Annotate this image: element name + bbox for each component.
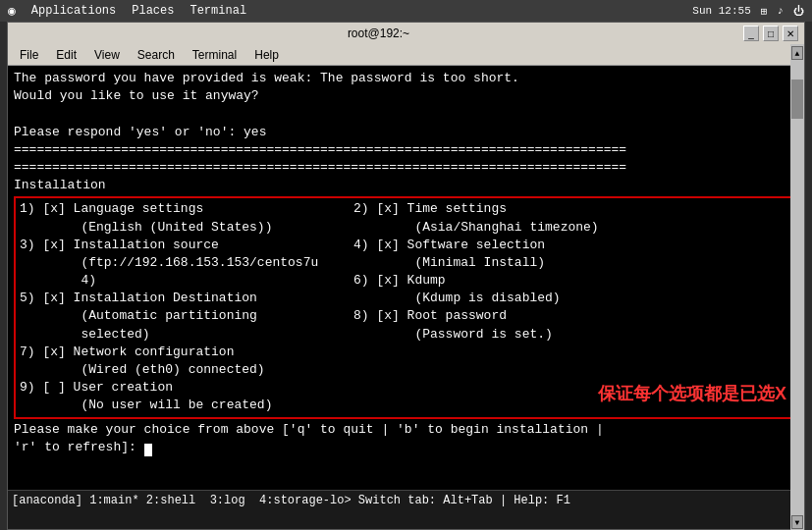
install-item-2: 2) [x] Time settings: [353, 200, 507, 218]
separator1: ========================================…: [14, 141, 798, 159]
menu-terminal[interactable]: Terminal: [185, 46, 244, 64]
terminal-menu[interactable]: Terminal: [189, 4, 246, 18]
install-item-5-sub1: (Automatic partitioning: [20, 307, 353, 325]
applications-menu[interactable]: Applications: [31, 4, 116, 18]
installation-label: Installation: [14, 177, 798, 194]
menu-search[interactable]: Search: [130, 46, 183, 64]
system-bar-left: ◉ Applications Places Terminal: [8, 3, 246, 19]
install-item-7: 7) [x] Network configuration: [20, 344, 353, 361]
install-item-8-label: 8) [x] Root password: [353, 307, 507, 325]
install-row-1-sub: (English (United States)) (Asia/Shanghai…: [20, 219, 792, 237]
app-icon: ◉: [8, 3, 16, 19]
install-row-2-sub: (ftp://192.168.153.153/centos7u (Minimal…: [20, 254, 792, 272]
minimize-button[interactable]: _: [743, 26, 759, 41]
install-item-6-label: 6) [x] Kdump: [353, 272, 446, 290]
install-row-2: 3) [x] Installation source 4) [x] Softwa…: [20, 237, 792, 254]
status-bar-text: [anaconda] 1:main* 2:shell 3:log 4:stora…: [12, 494, 570, 507]
install-row-4: 7) [x] Network configuration: [20, 344, 792, 361]
cursor: [144, 444, 152, 456]
install-item-3-sub2: 4): [20, 272, 353, 290]
separator2: ========================================…: [14, 159, 798, 177]
power-icon[interactable]: ⏻: [793, 5, 804, 18]
network-icon: ⊞: [761, 5, 768, 18]
title-bar: root@192:~ _ □ ✕: [8, 23, 804, 44]
weak-password-line1: The password you have provided is weak: …: [14, 70, 798, 87]
scroll-up-button[interactable]: ▲: [791, 46, 803, 60]
menu-bar: File Edit View Search Terminal Help: [8, 44, 804, 66]
install-item-1: 1) [x] Language settings: [20, 200, 353, 218]
terminal-content[interactable]: The password you have provided is weak: …: [8, 66, 804, 490]
scrollbar-thumb[interactable]: [791, 80, 803, 119]
sound-icon: ♪: [777, 5, 784, 17]
install-item-4-sub: (Minimal Install): [353, 254, 545, 272]
choice-prompt-1: Please make your choice from above ['q' …: [14, 421, 798, 439]
window-title: root@192:~: [14, 26, 743, 40]
respond-line: Please respond 'yes' or 'no': yes: [14, 124, 798, 141]
weak-password-line2: Would you like to use it anyway?: [14, 87, 798, 105]
menu-help[interactable]: Help: [246, 46, 287, 64]
terminal-window: root@192:~ _ □ ✕ File Edit View Search T…: [7, 22, 805, 530]
close-button[interactable]: ✕: [783, 26, 798, 41]
system-bar-right: Sun 12:55 ⊞ ♪ ⏻: [692, 5, 804, 18]
install-item-5: 5) [x] Installation Destination: [20, 290, 353, 307]
menu-view[interactable]: View: [86, 46, 128, 64]
install-row-4-sub: (Wired (eth0) connected) 保证每个选项都是已选X: [20, 361, 792, 379]
install-item-8-sub: (Password is set.): [353, 326, 553, 344]
install-row-1: 1) [x] Language settings 2) [x] Time set…: [20, 200, 792, 218]
install-item-2-sub: (Asia/Shanghai timezone): [353, 219, 599, 237]
maximize-button[interactable]: □: [763, 26, 779, 41]
system-bar: ◉ Applications Places Terminal Sun 12:55…: [0, 0, 812, 22]
places-menu[interactable]: Places: [132, 4, 174, 18]
install-row-3-sub: (Automatic partitioning 8) [x] Root pass…: [20, 307, 792, 325]
title-bar-controls: _ □ ✕: [743, 26, 798, 41]
install-row-3-sub2: selected) (Password is set.): [20, 326, 792, 344]
installation-menu-box: 1) [x] Language settings 2) [x] Time set…: [14, 196, 798, 418]
status-bar: [anaconda] 1:main* 2:shell 3:log 4:stora…: [8, 490, 804, 509]
scrollbar[interactable]: ▲ ▼: [790, 44, 804, 530]
menu-edit[interactable]: Edit: [48, 46, 84, 64]
clock: Sun 12:55: [692, 5, 750, 17]
install-item-4: 4) [x] Software selection: [353, 237, 545, 254]
install-item-1-sub: (English (United States)): [20, 219, 353, 237]
install-item-5-sub2: selected): [20, 326, 353, 344]
install-item-7-sub: (Wired (eth0) connected): [20, 361, 353, 379]
install-item-3: 3) [x] Installation source: [20, 237, 353, 254]
choice-prompt-2: 'r' to refresh]:: [14, 439, 798, 456]
install-item-9-sub: (No user will be created): [20, 397, 353, 414]
install-row-3: 5) [x] Installation Destination (Kdump i…: [20, 290, 792, 307]
install-item-9: 9) [ ] User creation: [20, 379, 353, 397]
install-row-2-sub2: 4) 6) [x] Kdump: [20, 272, 792, 290]
install-item-3-sub1: (ftp://192.168.153.153/centos7u: [20, 254, 353, 272]
menu-file[interactable]: File: [12, 46, 46, 64]
scroll-down-button[interactable]: ▼: [791, 515, 803, 529]
install-item-6-sub: (Kdump is disabled): [353, 290, 561, 307]
blank-line1: [14, 105, 798, 123]
chinese-annotation: 保证每个选项都是已选X: [598, 382, 786, 406]
